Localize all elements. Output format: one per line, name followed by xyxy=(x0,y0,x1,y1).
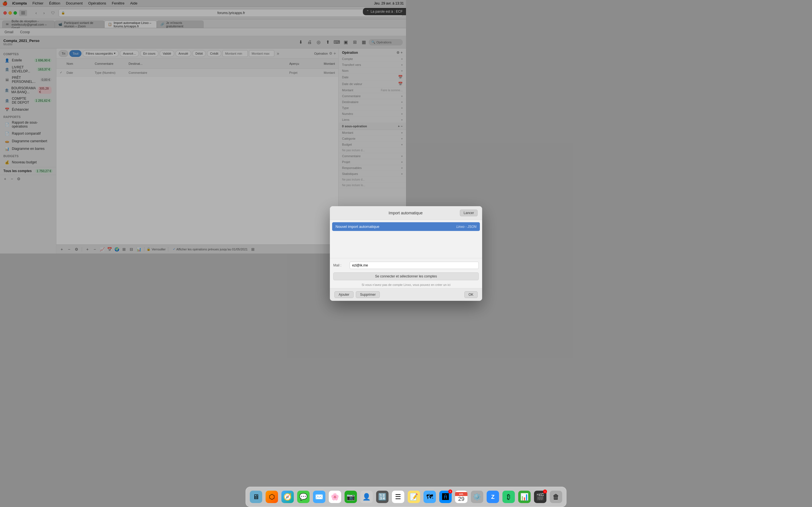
modal-import-item[interactable]: Nouvel import automatique Linxo - JSON xyxy=(332,222,406,231)
modal-import-name: Nouvel import automatique xyxy=(336,224,379,229)
modal-overlay: Import automatique Lancer Nouvel import … xyxy=(0,0,406,253)
import-modal: Import automatique Lancer Nouvel import … xyxy=(330,206,406,253)
modal-content-area xyxy=(330,234,406,253)
modal-title: Import automatique xyxy=(351,211,406,215)
modal-header: Import automatique Lancer xyxy=(330,206,406,220)
modal-body: Nouvel import automatique Linxo - JSON xyxy=(330,220,406,234)
